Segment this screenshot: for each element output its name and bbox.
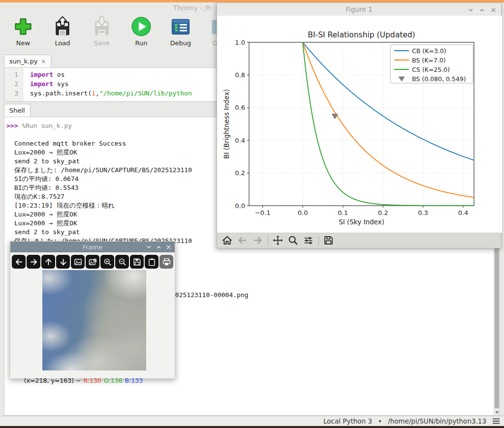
save-icon — [91, 16, 113, 37]
y-tick-label: 0.2 — [235, 169, 245, 177]
x-tick-label: 0.4 — [458, 209, 469, 216]
menu-icon[interactable] — [492, 418, 500, 425]
frame-window-controls — [146, 244, 171, 249]
pixel-blue-value: B:133 — [125, 377, 143, 384]
new-icon — [12, 16, 34, 37]
frame-titlebar[interactable]: Frame — [10, 242, 175, 252]
separator — [318, 235, 319, 246]
pixel-info: (x=218, y=163) ~R:130G:136B:133 — [12, 369, 143, 392]
new-label: New — [16, 39, 30, 47]
pan-button[interactable] — [273, 235, 284, 246]
x-tick-label: 0.2 — [378, 209, 388, 216]
arrow-down-icon — [59, 257, 68, 267]
y-axis-label: BI (Brightness Index) — [222, 89, 230, 158]
figure-titlebar[interactable]: Figure 1 — [217, 3, 501, 16]
debug-button[interactable]: Debug — [163, 12, 198, 47]
image-icon — [73, 257, 83, 267]
arrow-down-button[interactable] — [56, 255, 70, 269]
zoom-out-button[interactable] — [115, 255, 129, 269]
frame-window: Frame (x=218, y=163) ~R:130G:136B:133 — [10, 241, 175, 379]
x-tick-label: 0.1 — [338, 209, 348, 216]
zoom-out-icon — [118, 257, 127, 267]
screen: Thonny - /h NewLoadSaveRunDebugOver sun_… — [0, 0, 504, 428]
tab-label: sun_k.py — [9, 58, 37, 65]
camera-image — [42, 270, 146, 370]
pixel-red-value: R:130 — [83, 377, 101, 384]
chevron-down-icon[interactable] — [146, 244, 152, 249]
subplots-icon — [303, 238, 314, 247]
y-tick-label: 0.6 — [235, 104, 245, 111]
chart-title: BI-SI Relationship (Updated) — [308, 31, 415, 39]
home-icon — [222, 238, 232, 247]
status-bar: Local Python 3 • /home/pi/SUN/bin/python… — [0, 416, 504, 426]
tab-label: Shell — [9, 107, 25, 114]
arrow-left-icon — [14, 257, 24, 267]
matplotlib-toolbar — [217, 233, 501, 248]
chevron-up-icon[interactable] — [479, 6, 485, 12]
back-button[interactable] — [237, 235, 248, 246]
clipboard-icon — [147, 257, 157, 267]
chevron-down-icon[interactable] — [468, 6, 473, 12]
back-icon — [237, 238, 248, 247]
frame-title: Frame — [83, 244, 103, 251]
arrow-up-button[interactable] — [41, 255, 55, 269]
separator-dot: • — [378, 417, 382, 425]
arrow-left-button[interactable] — [12, 255, 26, 269]
arrow-right-button[interactable] — [27, 255, 40, 269]
chart-canvas[interactable]: −0.10.00.10.20.30.40.00.20.40.60.81.0BI-… — [217, 16, 502, 233]
load-label: Load — [55, 39, 70, 47]
forward-button[interactable] — [252, 235, 263, 246]
zoom-in-icon — [103, 257, 112, 267]
magnifier-button[interactable] — [288, 235, 299, 246]
new-button[interactable]: New — [6, 12, 40, 47]
image-zoom-button[interactable] — [86, 255, 99, 269]
line-number-gutter: 123 — [4, 68, 23, 101]
figure-window-controls — [468, 6, 496, 12]
printer-button[interactable] — [159, 255, 173, 269]
interpreter-path[interactable]: /home/pi/SUN/bin/python3.13 — [388, 417, 486, 425]
x-tick-label: −0.1 — [255, 209, 271, 216]
clipboard-button[interactable] — [145, 255, 158, 269]
legend-label: CS (K=25.0) — [412, 66, 450, 73]
close-icon[interactable] — [166, 244, 171, 249]
editor-tabbar: sun_k.py × — [4, 54, 51, 67]
floppy-button[interactable] — [130, 255, 144, 269]
pan-icon — [273, 238, 283, 247]
magnifier-icon — [288, 238, 298, 247]
interpreter-label[interactable]: Local Python 3 — [323, 417, 372, 425]
image-zoom-icon — [88, 257, 97, 267]
shell-tabbar: Shell — [4, 103, 31, 117]
y-tick-label: 0.8 — [235, 71, 245, 79]
run-button[interactable]: Run — [124, 12, 158, 47]
close-icon[interactable] — [491, 6, 496, 12]
debug-label: Debug — [170, 39, 191, 47]
save-label: Save — [94, 39, 110, 47]
line-number: 3 — [4, 89, 23, 98]
zoom-in-button[interactable] — [100, 255, 114, 269]
arrow-right-icon — [29, 257, 38, 267]
thonny-title: Thonny - /h — [173, 4, 211, 12]
line-number: 2 — [4, 79, 23, 89]
desktop-top-strip — [0, 0, 504, 2]
legend-label: BS (0.080, 0.549) — [412, 75, 466, 83]
close-icon[interactable]: × — [41, 58, 46, 65]
x-tick-label: 0.3 — [418, 209, 428, 216]
chevron-up-icon[interactable] — [156, 244, 161, 249]
shell-occluded-text: 2025123110-00004.png — [171, 291, 249, 299]
scrollbar-down-arrow-icon[interactable] — [495, 411, 499, 414]
debug-icon — [170, 16, 191, 37]
home-button[interactable] — [222, 235, 233, 246]
y-tick-label: 0.0 — [235, 202, 245, 210]
save-button[interactable]: Save — [85, 12, 119, 47]
run-icon — [130, 16, 152, 37]
load-button[interactable]: Load — [45, 12, 80, 47]
image-button[interactable] — [71, 255, 85, 269]
save-fig-button[interactable] — [323, 235, 334, 246]
tab-shell[interactable]: Shell — [4, 104, 31, 117]
pixel-green-value: G:136 — [104, 377, 123, 384]
subplots-button[interactable] — [303, 235, 314, 246]
tab-sun-k-py[interactable]: sun_k.py × — [4, 55, 51, 67]
forward-icon — [252, 238, 263, 247]
pixel-coords: (x=218, y=163) ~ — [24, 377, 81, 384]
x-axis-label: SI (Sky Index) — [339, 218, 384, 226]
